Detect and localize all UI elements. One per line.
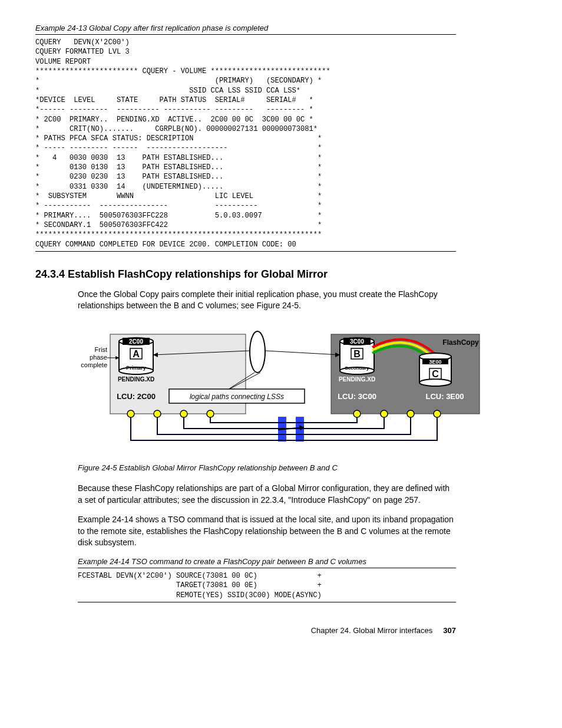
example-14-caption: Example 24-14 TSO command to create a Fl… bbox=[78, 557, 456, 568]
example-13-caption: Example 24-13 Global Copy after first re… bbox=[35, 24, 456, 35]
paragraph-1: Once the Global Copy pairs complete thei… bbox=[78, 289, 456, 312]
svg-text:Primary: Primary bbox=[126, 365, 146, 371]
svg-text:logical paths connecting LSSs: logical paths connecting LSSs bbox=[190, 393, 284, 401]
svg-point-50 bbox=[353, 410, 361, 417]
svg-text:A: A bbox=[133, 349, 140, 359]
svg-text:3C00: 3C00 bbox=[350, 338, 364, 345]
page-footer: Chapter 24. Global Mirror interfaces 307 bbox=[35, 626, 456, 635]
svg-text:complete: complete bbox=[81, 361, 107, 368]
svg-text:LCU: 3E00: LCU: 3E00 bbox=[425, 392, 464, 401]
svg-point-52 bbox=[407, 410, 414, 417]
footer-page-number: 307 bbox=[443, 626, 456, 635]
svg-point-48 bbox=[180, 410, 187, 417]
svg-text:PENDING.XD: PENDING.XD bbox=[339, 376, 375, 383]
footer-chapter: Chapter 24. Global Mirror interfaces bbox=[311, 626, 433, 635]
paragraph-2: Because these FlashCopy relationships ar… bbox=[78, 483, 456, 506]
svg-text:LCU: 3C00: LCU: 3C00 bbox=[338, 392, 376, 401]
svg-point-30 bbox=[419, 379, 451, 386]
example-14-code: FCESTABL DEVN(X'2C00') SOURCE(73081 00 0… bbox=[78, 571, 456, 602]
svg-point-47 bbox=[154, 410, 161, 417]
svg-text:FlashCopy: FlashCopy bbox=[442, 338, 479, 347]
svg-text:PENDING.XD: PENDING.XD bbox=[118, 376, 154, 383]
svg-point-46 bbox=[127, 410, 134, 417]
svg-text:Secondary: Secondary bbox=[345, 365, 369, 371]
example-13-code: CQUERY DEVN(X'2C00') CQUERY FORMATTED LV… bbox=[35, 38, 456, 252]
svg-text:phase: phase bbox=[90, 354, 107, 361]
svg-point-53 bbox=[434, 410, 441, 417]
svg-text:3E00: 3E00 bbox=[429, 359, 441, 365]
paragraph-3: Example 24-14 shows a TSO command that i… bbox=[78, 514, 456, 549]
svg-text:LCU: 2C00: LCU: 2C00 bbox=[117, 392, 156, 401]
svg-point-51 bbox=[381, 410, 388, 417]
svg-point-37 bbox=[250, 331, 265, 373]
svg-text:C: C bbox=[432, 369, 439, 379]
svg-text:2C00: 2C00 bbox=[129, 338, 143, 345]
figure-caption: Figure 24-5 Establish Global Mirror Flas… bbox=[78, 463, 456, 472]
svg-point-49 bbox=[207, 410, 214, 417]
section-heading: 24.3.4 Establish FlashCopy relationships… bbox=[35, 268, 456, 281]
svg-line-39 bbox=[265, 351, 340, 355]
svg-text:Frist: Frist bbox=[95, 346, 107, 353]
figure-24-5: 2C00 A Primary PENDING.XD LCU: 2C00 Fris… bbox=[78, 322, 456, 460]
svg-text:B: B bbox=[353, 349, 361, 359]
